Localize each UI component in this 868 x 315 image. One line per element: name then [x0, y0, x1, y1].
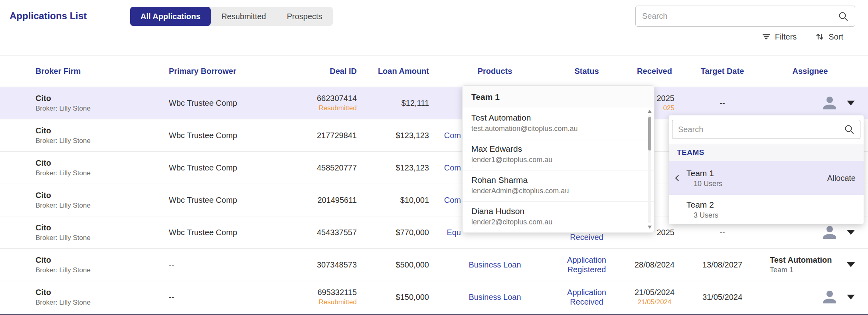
sort-label: Sort	[828, 32, 843, 42]
received-date-fragment: 2025 025	[657, 94, 675, 112]
search-icon	[838, 11, 848, 22]
header-products[interactable]: Products	[433, 55, 557, 87]
assignee-avatar-icon[interactable]	[822, 289, 838, 305]
global-search[interactable]	[635, 6, 855, 27]
broker-name: Broker: Lilly Stone	[36, 105, 91, 113]
header-loan-amount[interactable]: Loan Amount	[359, 55, 433, 87]
header-target-date[interactable]: Target Date	[692, 55, 752, 87]
header-primary-borrower[interactable]: Primary Borrower	[160, 55, 287, 87]
resubmitted-badge: Resubmitted	[319, 298, 357, 306]
scroll-up-arrow-icon[interactable]	[648, 110, 652, 113]
assignee-cell	[752, 87, 868, 119]
header-broker-firm[interactable]: Broker Firm	[0, 55, 160, 87]
borrower-name: --	[169, 293, 174, 302]
user-option[interactable]: Rohan Sharma lenderAdmin@citoplus.com.au	[463, 170, 654, 202]
assignee-dropdown-caret[interactable]	[847, 295, 855, 299]
teams-panel: TEAMS Team 1 10 Users Allocate Team 2 3 …	[669, 115, 864, 224]
deal-id: 454337557	[317, 228, 357, 237]
sort-button[interactable]: Sort	[815, 32, 843, 42]
assignee-avatar-icon[interactable]	[822, 224, 838, 240]
assignee-team: Team 1	[770, 266, 832, 274]
received-date-fragment: 2025	[657, 228, 675, 237]
top-bar: Applications List All Applications Resub…	[0, 0, 868, 55]
target-date: 13/08/2027	[702, 260, 742, 269]
product-name[interactable]: Business Loan	[469, 260, 521, 269]
user-option[interactable]: Max Edwards lender1@citoplus.com.au	[463, 139, 654, 170]
broker-firm-name: Cito	[36, 126, 51, 135]
teams-search[interactable]	[672, 120, 860, 139]
dropdown-scrollbar[interactable]	[647, 110, 652, 229]
broker-firm-cell: Cito Broker: Lilly Stone	[0, 119, 160, 151]
user-email: lender1@citoplus.com.au	[471, 156, 638, 164]
user-name: Rohan Sharma	[471, 175, 638, 185]
deal-id-cell: 695332115 Resubmitted	[287, 281, 359, 313]
table-row[interactable]: Cito Broker: Lilly Stone Wbc Trustee Com…	[0, 87, 868, 119]
tab-all-applications[interactable]: All Applications	[130, 7, 211, 26]
loan-amount-cell: $770,000	[359, 216, 433, 248]
loan-amount: $10,001	[400, 196, 429, 205]
filter-sort-bar: Filters Sort	[761, 32, 843, 42]
assignee-users-dropdown: Team 1 Test Automation test.automation@c…	[462, 85, 654, 232]
sort-icon	[815, 32, 825, 42]
table-row[interactable]: Cito Broker: Lilly Stone -- 307348573 $5…	[0, 249, 868, 281]
target-date: --	[720, 99, 725, 108]
team-info: Team 2 3 Users	[686, 200, 718, 219]
deal-id: 201495611	[317, 196, 357, 205]
product-name[interactable]: Business Loan	[469, 293, 521, 302]
broker-firm-cell: Cito Broker: Lilly Stone	[0, 87, 160, 119]
filters-button[interactable]: Filters	[761, 32, 797, 42]
assignee-dropdown-caret[interactable]	[847, 101, 855, 105]
deal-id-cell: 201495611	[287, 184, 359, 216]
user-option[interactable]: Test Automation test.automation@citoplus…	[463, 108, 654, 139]
primary-borrower-cell: Wbc Trustee Comp	[160, 216, 287, 248]
header-assignee[interactable]: Assignee	[752, 55, 868, 87]
target-date-cell: 31/05/2024	[692, 281, 752, 313]
table-row[interactable]: Cito Broker: Lilly Stone -- 695332115 Re…	[0, 281, 868, 313]
loan-amount: $150,000	[396, 293, 429, 302]
header-status[interactable]: Status	[557, 55, 617, 87]
status-line-1: Application	[567, 287, 606, 297]
broker-firm-name: Cito	[36, 288, 51, 297]
borrower-name: Wbc Trustee Comp	[169, 196, 237, 205]
status-line-2: Received	[570, 232, 603, 242]
broker-name: Broker: Lilly Stone	[36, 299, 91, 307]
team-option-team-1[interactable]: Team 1 10 Users Allocate	[669, 161, 864, 195]
tab-prospects[interactable]: Prospects	[277, 7, 333, 26]
assignee-dropdown-caret[interactable]	[847, 230, 855, 235]
search-input[interactable]	[642, 12, 838, 21]
status-cell: Application Registered	[557, 249, 617, 281]
received-dates: 21/05/2024 21/05/2024	[635, 288, 674, 306]
deal-id-cell: 217729841	[287, 119, 359, 151]
deal-id-cell: 662307414 Resubmitted	[287, 87, 359, 119]
team-option-team-2[interactable]: Team 2 3 Users	[669, 195, 864, 224]
team-user-count: 10 Users	[694, 180, 722, 188]
borrower-name: Wbc Trustee Comp	[169, 228, 237, 237]
scrollbar-thumb[interactable]	[648, 117, 651, 151]
allocate-button[interactable]: Allocate	[827, 174, 856, 183]
borrower-name: Wbc Trustee Comp	[169, 163, 237, 172]
broker-firm-name: Cito	[36, 158, 51, 168]
scroll-down-arrow-icon[interactable]	[648, 226, 652, 229]
tab-group: All Applications Resubmitted Prospects	[130, 7, 333, 26]
applications-list-page: Applications List All Applications Resub…	[0, 0, 868, 315]
assignee-info: Test Automation Team 1	[770, 256, 832, 274]
header-deal-id[interactable]: Deal ID	[287, 55, 359, 87]
primary-borrower-cell: --	[160, 249, 287, 281]
broker-name: Broker: Lilly Stone	[36, 169, 91, 177]
borrower-name: --	[169, 260, 174, 269]
assignee-avatar-icon[interactable]	[822, 95, 838, 111]
broker-firm-cell: Cito Broker: Lilly Stone	[0, 216, 160, 248]
target-date-cell: 13/08/2027	[692, 249, 752, 281]
assignee-dropdown-caret[interactable]	[847, 262, 855, 267]
products-fragment: Equ	[447, 228, 461, 237]
primary-borrower-cell: Wbc Trustee Comp	[160, 152, 287, 184]
header-received[interactable]: Received	[617, 55, 692, 87]
teams-search-input[interactable]	[678, 125, 844, 134]
team-name: Team 2	[686, 200, 718, 209]
primary-borrower-cell: Wbc Trustee Comp	[160, 87, 287, 119]
user-name: Test Automation	[471, 113, 638, 123]
teams-section-header: TEAMS	[669, 144, 864, 161]
user-option[interactable]: Diana Hudson lender2@citoplus.com.au	[463, 202, 654, 233]
deal-id-cell: 307348573	[287, 249, 359, 281]
tab-resubmitted[interactable]: Resubmitted	[211, 7, 276, 26]
